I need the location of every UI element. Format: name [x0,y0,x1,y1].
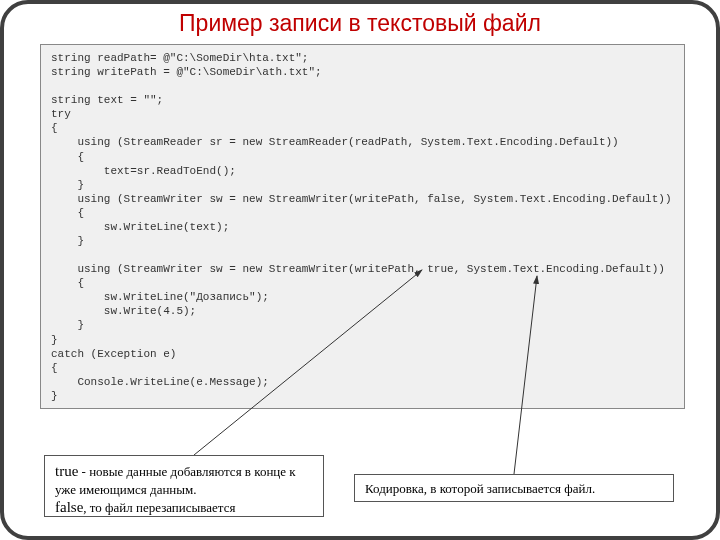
note-true-false: true - новые данные добавляются в конце … [44,455,324,517]
note-true-bold: true [55,463,78,479]
note-false-rest: , то файл перезаписывается [83,500,235,515]
note-false-bold: false [55,499,83,515]
slide-frame: Пример записи в текстовый файл string re… [0,0,720,540]
note-encoding: Кодировка, в которой записывается файл. [354,474,674,502]
code-block: string readPath= @"C:\SomeDir\hta.txt"; … [40,44,685,409]
note-true-rest: - новые данные добавляются в конце к уже… [55,464,296,497]
slide-title: Пример записи в текстовый файл [4,10,716,37]
